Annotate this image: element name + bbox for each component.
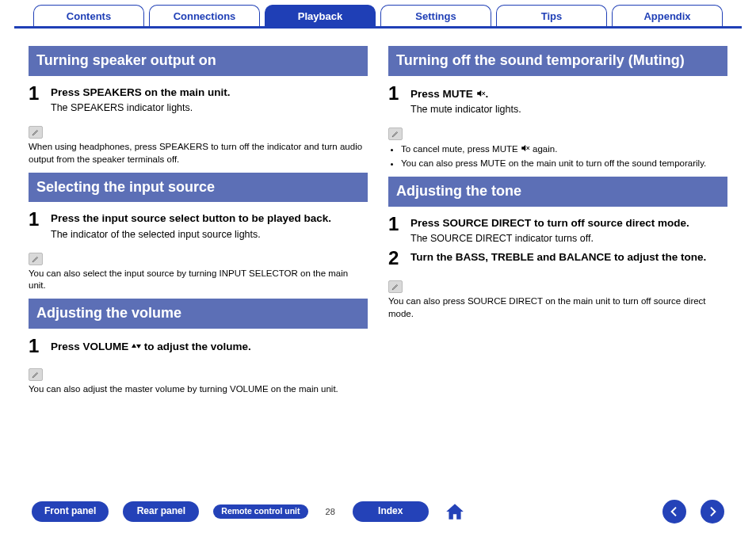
step-title: Press VOLUME to adjust the volume. [51, 341, 251, 352]
bottom-bar: Front panel Rear panel Remote control un… [0, 500, 756, 523]
section-heading: Adjusting the tone [388, 177, 727, 207]
mute-icon [476, 88, 486, 100]
front-panel-button[interactable]: Front panel [32, 501, 109, 521]
bullet: To cancel mute, press MUTE again. [401, 143, 727, 156]
step: 1 Press the input source select button t… [29, 210, 368, 240]
home-icon[interactable] [443, 500, 467, 523]
tab-playback[interactable]: Playback [265, 5, 376, 26]
content-columns: Turning speaker output on 1 Press SPEAKE… [14, 29, 742, 395]
step: 1 Press MUTE . The mute indicator lights… [388, 84, 727, 116]
bullet-post: again. [530, 144, 558, 154]
prev-page-button[interactable] [662, 500, 686, 523]
step-desc: The SOURCE DIRECT indicator turns off. [410, 233, 727, 244]
step-body: Press VOLUME to adjust the volume. [51, 337, 368, 356]
step-title: Press MUTE . [410, 88, 488, 100]
rear-panel-button[interactable]: Rear panel [123, 501, 199, 521]
left-column: Turning speaker output on 1 Press SPEAKE… [29, 40, 368, 395]
step-body: Press SPEAKERS on the main unit. The SPE… [51, 84, 368, 114]
section-heading: Adjusting the volume [29, 299, 368, 329]
tab-connections[interactable]: Connections [149, 5, 260, 26]
right-column: Turning off the sound temporarily (Mutin… [388, 40, 727, 395]
step-number: 1 [29, 210, 43, 240]
top-tabs: Contents Connections Playback Settings T… [14, 0, 742, 29]
section-heading: Turning off the sound temporarily (Mutin… [388, 46, 727, 76]
step-desc: The mute indicator lights. [410, 104, 727, 115]
remote-control-button[interactable]: Remote control unit [213, 504, 307, 519]
step-title-post: . [486, 88, 489, 100]
step-title: Press SPEAKERS on the main unit. [51, 86, 368, 100]
step-title-pre: Press VOLUME [51, 341, 132, 352]
section-heading: Turning speaker output on [29, 46, 368, 76]
step-number: 2 [388, 249, 403, 268]
next-page-button[interactable] [701, 500, 724, 523]
step-body: Press SOURCE DIRECT to turn off source d… [410, 215, 727, 245]
pencil-icon [29, 126, 43, 139]
mute-icon [521, 144, 530, 154]
pencil-icon [388, 128, 403, 140]
step-number: 1 [29, 84, 43, 114]
pencil-icon [29, 253, 43, 265]
note-text: When using headphones, press SPEAKERS to… [29, 141, 368, 166]
step-title-pre: Press MUTE [410, 88, 476, 100]
step-number: 1 [388, 84, 403, 116]
note-text: You can also select the input source by … [29, 268, 368, 292]
step-title: Press SOURCE DIRECT to turn off source d… [410, 217, 727, 230]
step-body: Press the input source select button to … [51, 210, 368, 240]
step: 1 Press SPEAKERS on the main unit. The S… [29, 84, 368, 114]
step-title: Turn the BASS, TREBLE and BALANCE to adj… [410, 251, 727, 265]
step-body: Turn the BASS, TREBLE and BALANCE to adj… [410, 249, 727, 268]
step-body: Press MUTE . The mute indicator lights. [410, 84, 727, 116]
step-desc: The SPEAKERS indicator lights. [51, 102, 368, 113]
tab-tips[interactable]: Tips [496, 5, 607, 26]
index-button[interactable]: Index [353, 501, 429, 521]
step: 1 Press VOLUME to adjust the volume. [29, 337, 368, 356]
step-desc: The indicator of the selected input sour… [51, 229, 368, 240]
volume-up-down-icon [132, 341, 141, 352]
step-title-post: to adjust the volume. [141, 341, 251, 352]
page-number: 28 [323, 507, 338, 516]
step: 1 Press SOURCE DIRECT to turn off source… [388, 215, 727, 245]
note-text: You can also press SOURCE DIRECT on the … [388, 295, 727, 320]
step-number: 1 [388, 215, 403, 245]
bullet-pre: To cancel mute, press MUTE [401, 144, 521, 154]
pencil-icon [388, 280, 403, 293]
tab-settings[interactable]: Settings [380, 5, 491, 26]
tab-contents[interactable]: Contents [33, 5, 144, 26]
note-text: You can also adjust the master volume by… [29, 383, 368, 396]
section-heading: Selecting the input source [29, 173, 368, 203]
step: 2 Turn the BASS, TREBLE and BALANCE to a… [388, 249, 727, 268]
step-number: 1 [29, 337, 43, 356]
note-bullets: To cancel mute, press MUTE again. You ca… [388, 143, 727, 170]
svg-marker-0 [132, 344, 136, 348]
tab-appendix[interactable]: Appendix [612, 5, 723, 26]
step-title: Press the input source select button to … [51, 212, 368, 226]
bullet: You can also press MUTE on the main unit… [401, 157, 727, 170]
pencil-icon [29, 368, 43, 381]
